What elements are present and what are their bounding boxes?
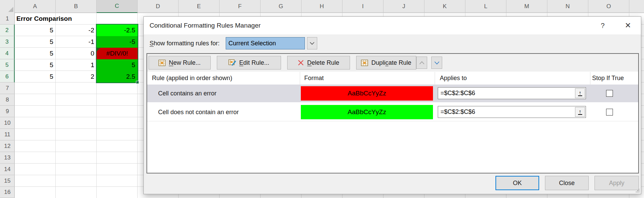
col-header-O[interactable]: O — [588, 0, 629, 13]
rule-row-cell-contains-error[interactable]: Cell contains an error AaBbCcYyZz =$C$2:… — [147, 85, 638, 102]
col-header-G[interactable]: G — [261, 0, 302, 13]
col-header-C-selected[interactable]: C — [97, 0, 138, 13]
label-accel: S — [150, 40, 154, 47]
format-preview-red: AaBbCcYyZz — [301, 86, 433, 101]
cell-B4[interactable]: 0 — [56, 48, 97, 59]
col-header-I[interactable]: I — [342, 0, 383, 13]
row-header-9[interactable]: 9 — [0, 106, 15, 117]
cell-A2[interactable]: 5 — [15, 25, 56, 36]
collapse-dialog-arrow-icon: ↑ — [579, 109, 582, 114]
help-button[interactable]: ? — [595, 17, 610, 34]
collapse-dialog-bar-icon — [578, 95, 582, 96]
select-all-triangle-icon — [8, 7, 13, 12]
header-rule-column: Rule (applied in order shown) — [152, 72, 232, 85]
label-post: how formatting rules for: — [154, 40, 220, 47]
fill-handle[interactable] — [136, 81, 139, 84]
ok-button[interactable]: OK — [495, 176, 539, 190]
applies-to-input[interactable]: =$C$2:$C$6 ↑ — [438, 87, 586, 99]
chevron-down-icon — [310, 42, 314, 45]
col-header-E[interactable]: E — [179, 0, 220, 13]
cell-B6[interactable]: 2 — [56, 71, 97, 82]
cell-C4-error[interactable]: #DIV/0! — [97, 48, 138, 59]
error-indicator-triangle-icon — [97, 48, 100, 51]
cell-C2-active[interactable]: -2.5 — [97, 25, 138, 36]
cell-B5[interactable]: 1 — [56, 59, 97, 71]
cell-C4-error-text: #DIV/0! — [106, 50, 128, 57]
range-picker-button[interactable]: ↑ — [575, 107, 585, 117]
cell-B3[interactable]: -1 — [56, 36, 97, 48]
resize-grip[interactable] — [635, 188, 640, 193]
row-header-12[interactable]: 12 — [0, 140, 15, 152]
col-header-L[interactable]: L — [465, 0, 506, 13]
select-all-corner[interactable] — [0, 0, 15, 13]
rule-row-cell-not-contains-error[interactable]: Cell does not contain an error AaBbCcYyZ… — [147, 103, 638, 121]
dialog-title: Conditional Formatting Rules Manager — [150, 17, 261, 34]
applies-to-value: =$C$2:$C$6 — [440, 90, 475, 97]
cell-C3[interactable]: -5 — [97, 36, 138, 48]
row-header-6-selected[interactable]: 6 — [0, 71, 15, 82]
combobox-value: Current Selection — [228, 40, 276, 47]
close-button[interactable]: Close — [545, 176, 589, 190]
cell-A1-title[interactable]: Error Comparison — [15, 13, 97, 25]
cell-B2[interactable]: -2 — [56, 25, 97, 36]
row-header-2-selected[interactable]: 2 — [0, 25, 15, 36]
duplicate-rule-button[interactable]: Duplicate Rule — [356, 56, 416, 70]
row-header-15[interactable]: 15 — [0, 175, 15, 187]
show-formatting-rules-label: Show formatting rules for: — [150, 37, 220, 49]
col-header-N[interactable]: N — [547, 0, 588, 13]
delete-rule-label: Delete Rule — [307, 59, 339, 66]
col-header-H[interactable]: H — [302, 0, 342, 13]
row-header-8[interactable]: 8 — [0, 94, 15, 106]
col-header-A[interactable]: A — [15, 0, 56, 13]
row-header-3-selected[interactable]: 3 — [0, 36, 15, 48]
row-header-11[interactable]: 11 — [0, 129, 15, 140]
row-header-14[interactable]: 14 — [0, 164, 15, 175]
edit-rule-button[interactable]: Edit Rule... — [217, 56, 281, 70]
row-header-16[interactable]: 16 — [0, 187, 15, 198]
new-rule-grid-icon — [158, 60, 166, 66]
applies-to-input[interactable]: =$C$2:$C$6 ↑ — [438, 106, 586, 118]
col-header-D[interactable]: D — [138, 0, 179, 13]
col-header-K[interactable]: K — [424, 0, 465, 13]
row-header-4-selected[interactable]: 4 — [0, 48, 15, 59]
row-header-13[interactable]: 13 — [0, 152, 15, 164]
cell-C6[interactable]: 2.5 — [97, 71, 138, 82]
col-header-M[interactable]: M — [506, 0, 547, 13]
move-rule-up-button[interactable] — [416, 57, 427, 69]
row-header-7[interactable]: 7 — [0, 82, 15, 94]
edit-rule-pencil-icon — [228, 59, 236, 66]
row-header-5-selected[interactable]: 5 — [0, 59, 15, 71]
col-header-B[interactable]: B — [56, 0, 97, 13]
rule-name: Cell does not contain an error — [158, 103, 239, 121]
cell-A3[interactable]: 5 — [15, 36, 56, 48]
row-header-1[interactable]: 1 — [0, 13, 15, 25]
stop-if-true-checkbox[interactable] — [606, 109, 613, 116]
col-header-J[interactable]: J — [383, 0, 424, 13]
column-divider — [300, 72, 300, 85]
cell-A4[interactable]: 5 — [15, 48, 56, 59]
chevron-up-icon — [419, 61, 424, 64]
move-rule-down-button[interactable] — [431, 57, 442, 69]
duplicate-rule-grid-icon — [361, 60, 368, 66]
new-rule-button[interactable]: New Rule... — [149, 56, 211, 70]
header-stop-if-true-column: Stop If True — [592, 72, 624, 85]
show-rules-for-combobox[interactable]: Current Selection — [226, 37, 305, 49]
close-icon[interactable]: ✕ — [620, 17, 635, 34]
delete-rule-button[interactable]: Delete Rule — [287, 56, 350, 70]
chevron-down-icon — [434, 61, 439, 64]
header-format-column: Format — [304, 72, 324, 85]
cell-A5[interactable]: 5 — [15, 59, 56, 71]
column-divider — [590, 72, 590, 85]
apply-button-disabled: Apply — [594, 176, 639, 190]
header-applies-to-column: Applies to — [440, 72, 467, 85]
row-header-10[interactable]: 10 — [0, 117, 15, 129]
combobox-dropdown-button[interactable] — [307, 37, 317, 49]
cell-A6[interactable]: 5 — [15, 71, 56, 82]
duplicate-rule-label: Duplicate Rule — [371, 59, 411, 66]
format-preview-green: AaBbCcYyZz — [301, 105, 433, 119]
cell-C5[interactable]: 5 — [97, 59, 138, 71]
range-picker-button[interactable]: ↑ — [575, 88, 585, 98]
new-rule-label: New Rule... — [169, 59, 200, 66]
col-header-F[interactable]: F — [220, 0, 261, 13]
stop-if-true-checkbox[interactable] — [606, 90, 613, 97]
